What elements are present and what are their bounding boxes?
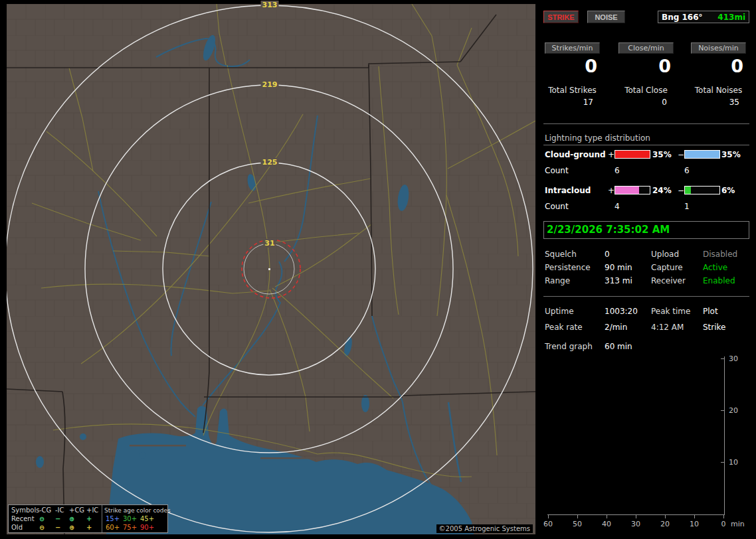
plus-sign: + — [608, 150, 614, 159]
close-per-min-button[interactable]: Close/min — [618, 42, 674, 54]
total-strikes-value: 17 — [545, 98, 600, 107]
noises-per-min-button[interactable]: Noises/min — [691, 42, 746, 54]
age-60: 60+ — [106, 524, 120, 532]
y-tick — [721, 358, 724, 359]
legend-type-pos-cg: +CG — [69, 506, 84, 514]
ring-label-313: 313 — [261, 1, 279, 9]
settings-row: Persistence 90 min Capture Active — [543, 263, 749, 273]
total-strikes-label: Total Strikes — [545, 86, 600, 95]
x-tick — [723, 515, 724, 518]
date-time-display: 2/23/2026 7:35:02 AM — [543, 221, 749, 239]
neg-cg-recent-icon: ⊖ — [39, 515, 45, 523]
plot-label: Plot — [703, 307, 718, 317]
distance-value: 413mi — [717, 13, 745, 22]
upload-label: Upload — [651, 250, 679, 260]
plus-sign: + — [608, 186, 614, 195]
x-tick-label: 10 — [688, 520, 701, 528]
noise-toggle-button[interactable]: NOISE — [587, 11, 625, 23]
settings-row: Squelch 0 Upload Disabled — [543, 250, 749, 260]
x-tick — [636, 515, 636, 518]
ic-plus-count: 4 — [614, 202, 620, 211]
legend-old-label: Old — [11, 524, 23, 532]
cloud-ground-count-row: Count 6 6 — [543, 166, 749, 176]
neg-ic-recent-icon: − — [55, 515, 60, 523]
cg-minus-bar — [684, 150, 720, 159]
map-legend: Symbols -CG -IC +CG +IC Strike age color… — [8, 504, 168, 533]
info-row: Uptime 1003:20 Peak time Plot — [543, 307, 749, 317]
range-label: Range — [545, 276, 570, 286]
ic-plus-bar-fill — [615, 187, 639, 194]
noises-per-min-value: 0 — [691, 55, 746, 78]
neg-ic-old-icon: − — [55, 524, 60, 532]
trend-graph-interval: 60 min — [605, 342, 632, 352]
x-tick-label: 50 — [571, 520, 584, 528]
count-label: Count — [545, 202, 569, 211]
map-panel[interactable]: 313 219 125 31 Symbols -CG -IC +CG +IC S… — [7, 4, 535, 534]
cg-minus-bar-fill — [685, 151, 719, 158]
upload-status: Disabled — [703, 250, 737, 260]
y-tick — [721, 462, 724, 463]
trend-graph: 30 20 10 60 50 40 30 20 10 0 min — [543, 353, 749, 534]
x-tick — [694, 515, 695, 518]
range-value: 313 mi — [605, 276, 632, 286]
age-45: 45+ — [140, 515, 154, 523]
ic-minus-bar-fill — [685, 187, 691, 194]
barrier-island — [260, 457, 317, 459]
pos-ic-recent-icon: + — [86, 515, 92, 523]
ic-minus-pct: 6% — [721, 186, 735, 195]
intracloud-label: Intracloud — [545, 186, 591, 195]
strikes-per-min-button[interactable]: Strikes/min — [545, 42, 600, 54]
total-close-label: Total Close — [618, 86, 674, 95]
ic-plus-bar — [614, 186, 650, 194]
info-row: Peak rate 2/min 4:12 AM Strike — [543, 323, 749, 333]
cg-plus-bar-fill — [615, 151, 650, 158]
strikes-per-min-value: 0 — [545, 55, 600, 78]
plot-value: Strike — [703, 323, 726, 333]
x-tick-label: 30 — [629, 520, 642, 528]
persistence-value: 90 min — [605, 263, 632, 273]
age-30: 30+ — [123, 515, 137, 523]
bearing-readout: Bng 166° 413mi — [658, 11, 749, 23]
x-tick — [665, 515, 666, 518]
cg-plus-count: 6 — [614, 166, 620, 175]
close-column: Close/min 0 Total Close 0 — [618, 42, 674, 107]
capture-label: Capture — [651, 263, 683, 273]
capture-status: Active — [703, 263, 727, 273]
minus-sign: − — [678, 150, 684, 159]
x-tick-label: 0 — [717, 520, 730, 528]
intracloud-row: Intracloud + 24% − 6% — [543, 186, 749, 196]
x-tick-label: 20 — [658, 520, 672, 528]
y-tick-label: 20 — [729, 406, 738, 415]
x-tick — [607, 515, 607, 518]
legend-type-pos-ic: +IC — [86, 506, 98, 514]
minus-sign: − — [678, 186, 684, 195]
pos-cg-old-icon: ⊕ — [69, 524, 74, 532]
cloud-ground-label: Cloud-ground — [545, 150, 606, 159]
cloud-ground-row: Cloud-ground + 35% − 35% — [543, 150, 749, 160]
y-tick-label: 30 — [729, 354, 738, 363]
total-close-value: 0 — [618, 98, 674, 107]
trend-graph-label: Trend graph — [545, 342, 593, 352]
separator — [543, 123, 749, 124]
persistence-label: Persistence — [545, 263, 591, 273]
cg-minus-pct: 35% — [721, 150, 741, 159]
age-15: 15+ — [106, 515, 120, 523]
strike-toggle-button[interactable]: STRIKE — [543, 11, 579, 23]
distribution-header: Lightning type distribution — [543, 133, 749, 145]
neg-cg-old-icon: ⊖ — [39, 524, 45, 532]
ic-plus-pct: 24% — [652, 186, 672, 195]
receiver-location-marker — [268, 268, 270, 270]
uptime-value: 1003:20 — [605, 307, 638, 317]
age-90: 90+ — [140, 524, 154, 532]
legend-divider — [102, 505, 102, 532]
ic-minus-count: 1 — [684, 202, 690, 211]
peak-time-label: Peak time — [651, 307, 690, 317]
uptime-label: Uptime — [545, 307, 574, 317]
cg-minus-count: 6 — [684, 166, 690, 175]
ic-minus-bar — [684, 186, 720, 194]
close-per-min-value: 0 — [618, 55, 674, 78]
x-tick — [548, 515, 549, 518]
copyright-text: ©2005 Astrogenic Systems — [436, 524, 533, 533]
squelch-value: 0 — [605, 250, 610, 260]
cg-plus-pct: 35% — [652, 150, 672, 159]
